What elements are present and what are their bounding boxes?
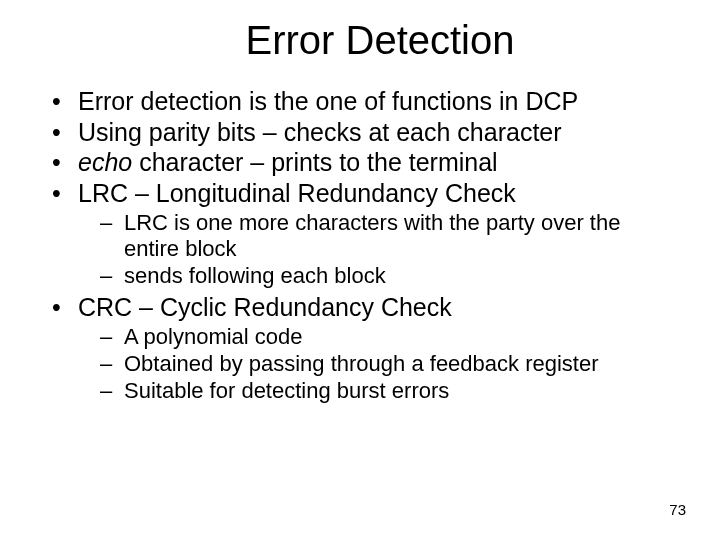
slide-title: Error Detection xyxy=(40,18,680,63)
bullet-list: Error detection is the one of functions … xyxy=(40,87,680,404)
bullet-item: CRC – Cyclic Redundancy Check A polynomi… xyxy=(46,293,680,404)
bullet-item: LRC – Longitudinal Redundancy Check LRC … xyxy=(46,179,680,289)
bullet-item: Error detection is the one of functions … xyxy=(46,87,680,117)
bullet-item: echo character – prints to the terminal xyxy=(46,148,680,178)
sub-bullet-item: LRC is one more characters with the part… xyxy=(100,210,680,262)
page-number: 73 xyxy=(669,501,686,518)
bullet-text: CRC – Cyclic Redundancy Check xyxy=(78,293,452,321)
sub-bullet-list: A polynomial code Obtained by passing th… xyxy=(78,324,680,404)
bullet-text: LRC – Longitudinal Redundancy Check xyxy=(78,179,516,207)
bullet-item: Using parity bits – checks at each chara… xyxy=(46,118,680,148)
sub-bullet-item: A polynomial code xyxy=(100,324,680,350)
sub-bullet-item: Obtained by passing through a feedback r… xyxy=(100,351,680,377)
bullet-text: character – prints to the terminal xyxy=(132,148,497,176)
italic-text: echo xyxy=(78,148,132,176)
sub-bullet-item: sends following each block xyxy=(100,263,680,289)
slide: Error Detection Error detection is the o… xyxy=(0,0,720,540)
sub-bullet-item: Suitable for detecting burst errors xyxy=(100,378,680,404)
sub-bullet-list: LRC is one more characters with the part… xyxy=(78,210,680,289)
